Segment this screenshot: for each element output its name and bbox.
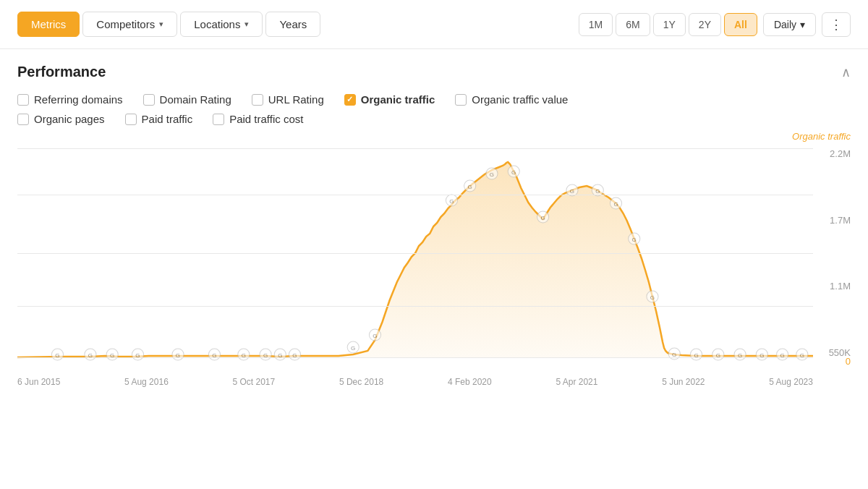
tab-competitors-label: Competitors	[96, 18, 155, 30]
grid-line-3	[17, 253, 813, 254]
granularity-chevron: ▾	[800, 19, 805, 30]
granularity-label: Daily	[774, 19, 796, 30]
tab-metrics-label: Metrics	[31, 18, 66, 30]
x-label-1: 6 Jun 2015	[17, 377, 60, 387]
grid-line-4	[17, 306, 813, 307]
svg-text:G: G	[632, 237, 637, 243]
metrics-row-1: Referring domains Domain Rating URL Rati…	[17, 93, 851, 106]
chart-area: Organic traffic	[17, 134, 851, 387]
top-bar: Metrics Competitors ▾ Locations ▾ Years …	[0, 0, 868, 49]
x-label-6: 5 Apr 2021	[556, 377, 597, 387]
metric-label-organic-pages: Organic pages	[34, 113, 105, 125]
checkbox-organic-pages[interactable]	[17, 114, 29, 125]
svg-text:G: G	[449, 198, 454, 205]
y-value-17m: 1.7M	[830, 215, 851, 226]
tab-years-label: Years	[279, 18, 307, 30]
metric-referring-domains[interactable]: Referring domains	[17, 93, 123, 106]
checkbox-domain-rating[interactable]	[143, 94, 155, 106]
metric-label-paid-traffic: Paid traffic	[142, 113, 193, 125]
collapse-icon[interactable]: ∧	[841, 64, 851, 80]
chevron-down-icon: ▾	[159, 20, 163, 29]
x-label-7: 5 Jun 2022	[662, 377, 705, 387]
perf-header: Performance ∧	[17, 64, 851, 80]
checkbox-paid-traffic-cost[interactable]	[213, 114, 224, 125]
y-value-11m: 1.1M	[830, 281, 851, 292]
time-btn-1m[interactable]: 1M	[579, 13, 613, 36]
svg-text:G: G	[540, 215, 545, 221]
performance-title: Performance	[17, 64, 106, 80]
tab-locations[interactable]: Locations ▾	[180, 12, 263, 37]
time-btn-1y[interactable]: 1Y	[653, 13, 686, 36]
chevron-down-icon: ▾	[244, 20, 249, 29]
time-btn-all[interactable]: All	[724, 13, 757, 36]
checkbox-organic-traffic[interactable]	[344, 94, 356, 106]
tab-locations-label: Locations	[194, 18, 240, 30]
grid-line-2	[17, 195, 813, 195]
grid-line-5	[17, 357, 813, 358]
right-controls: 1M 6M 1Y 2Y All Daily ▾ ⋮	[579, 12, 851, 37]
x-label-8: 5 Aug 2023	[769, 377, 813, 387]
metric-label-organic-traffic: Organic traffic	[361, 93, 435, 106]
metric-label-url-rating: URL Rating	[268, 93, 324, 106]
svg-text:G: G	[595, 188, 600, 195]
svg-text:G: G	[468, 184, 472, 190]
metrics-grid: Referring domains Domain Rating URL Rati…	[17, 93, 851, 125]
metric-paid-traffic[interactable]: Paid traffic	[125, 113, 193, 125]
metric-organic-pages[interactable]: Organic pages	[17, 113, 105, 125]
x-label-5: 4 Feb 2020	[448, 377, 492, 387]
metric-organic-traffic-value[interactable]: Organic traffic value	[455, 93, 568, 106]
tab-competitors[interactable]: Competitors ▾	[82, 12, 177, 37]
svg-text:G: G	[511, 169, 516, 176]
more-options-button[interactable]: ⋮	[822, 12, 851, 37]
svg-text:G: G	[373, 333, 377, 339]
checkbox-referring-domains[interactable]	[17, 94, 29, 106]
svg-text:G: G	[613, 201, 618, 208]
metric-url-rating[interactable]: URL Rating	[252, 93, 324, 106]
metric-label-domain-rating: Domain Rating	[160, 93, 231, 106]
checkbox-organic-traffic-value[interactable]	[455, 94, 467, 106]
y-axis-title: Organic traffic	[792, 131, 851, 142]
tab-group: Metrics Competitors ▾ Locations ▾ Years	[17, 12, 320, 37]
metric-label-referring-domains: Referring domains	[34, 93, 123, 106]
svg-text:G: G	[351, 345, 355, 352]
metrics-row-2: Organic pages Paid traffic Paid traffic …	[17, 113, 851, 125]
granularity-button[interactable]: Daily ▾	[763, 13, 816, 36]
grid-line-1	[17, 148, 813, 149]
x-axis: 6 Jun 2015 5 Aug 2016 5 Oct 2017 5 Dec 2…	[17, 377, 813, 387]
chart-plot-area: G G G G G G G G G	[17, 148, 813, 358]
time-btn-2y[interactable]: 2Y	[689, 13, 721, 36]
checkbox-paid-traffic[interactable]	[125, 114, 137, 125]
metric-paid-traffic-cost[interactable]: Paid traffic cost	[213, 113, 303, 125]
y-value-zero: 0	[846, 356, 851, 367]
performance-section: Performance ∧ Referring domains Domain R…	[0, 49, 868, 125]
chart-container: Organic traffic	[0, 134, 868, 387]
x-label-2: 5 Aug 2016	[124, 377, 169, 387]
metric-organic-traffic[interactable]: Organic traffic	[344, 93, 435, 106]
x-label-4: 5 Dec 2018	[339, 377, 383, 387]
x-label-3: 5 Oct 2017	[233, 377, 276, 387]
metric-label-organic-traffic-value: Organic traffic value	[472, 93, 568, 106]
y-value-22m: 2.2M	[830, 148, 851, 159]
checkbox-url-rating[interactable]	[252, 94, 263, 106]
metric-domain-rating[interactable]: Domain Rating	[143, 93, 231, 106]
y-axis-values: 2.2M 1.7M 1.1M 550K	[816, 148, 851, 358]
tab-years[interactable]: Years	[265, 12, 320, 37]
tab-metrics[interactable]: Metrics	[17, 12, 80, 37]
chart-fill	[17, 162, 813, 358]
svg-text:G: G	[650, 294, 655, 301]
time-btn-6m[interactable]: 6M	[616, 13, 650, 36]
metric-label-paid-traffic-cost: Paid traffic cost	[229, 113, 303, 125]
svg-text:G: G	[490, 171, 494, 178]
svg-text:G: G	[570, 188, 574, 195]
